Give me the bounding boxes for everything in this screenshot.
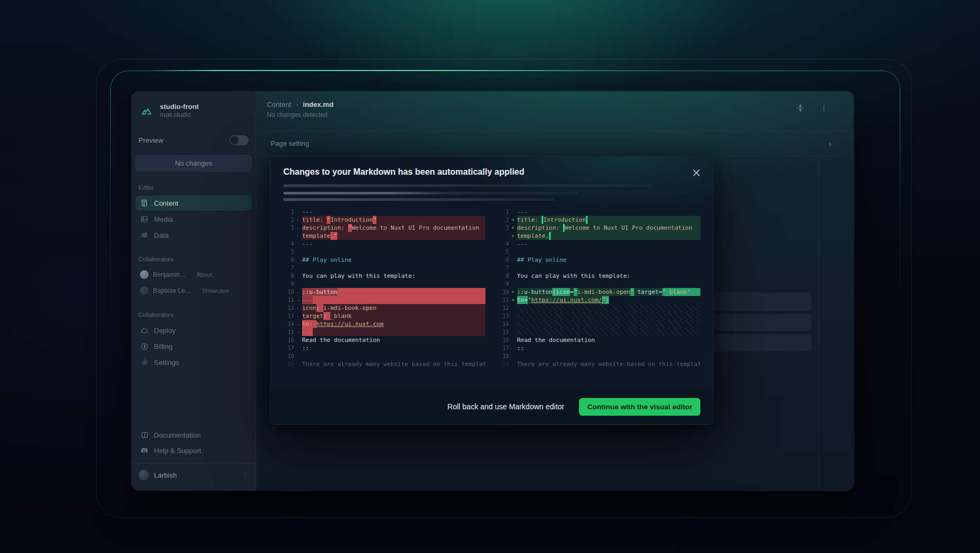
- chevron-right-icon: ›: [296, 101, 298, 108]
- collaborator-row[interactable]: Benjamin… · About: [135, 268, 252, 282]
- changes-status: No changes detected: [267, 111, 334, 119]
- divider: [818, 155, 819, 490]
- diff-row: 15----: [283, 328, 485, 336]
- diff-row: 12: [498, 304, 700, 312]
- breadcrumb: Content › index.md: [267, 100, 334, 108]
- sidebar-item-media[interactable]: Media: [135, 212, 252, 227]
- project-name: studio-front: [160, 102, 199, 111]
- insertion-marker: [549, 232, 551, 240]
- preview-toggle[interactable]: [229, 135, 249, 145]
- separator-dot: ·: [196, 287, 198, 294]
- diff-row: 19There are already many website based o…: [283, 360, 485, 368]
- diff-row: 17::: [498, 344, 700, 352]
- diff-row: 5: [283, 248, 485, 256]
- skeleton-bar: [713, 292, 812, 311]
- diff-row: 12-icon: i-mdi-book-open: [283, 304, 485, 312]
- collaborator-name: Benjamin…: [153, 271, 186, 278]
- collaborator-page: Showcase: [202, 287, 229, 294]
- sidebar-item-data[interactable]: Data: [135, 228, 252, 243]
- markdown-diff-view: 1---2-title: "Introduction"3-description…: [271, 201, 713, 388]
- sidebar-item-label: Content: [154, 199, 179, 207]
- sidebar-item-help-support[interactable]: Help & Support: [135, 443, 252, 458]
- diff-row: 1---: [498, 208, 700, 216]
- diff-pane-left: 1---2-title: "Introduction"3-description…: [283, 208, 485, 388]
- insertion-marker: [586, 216, 588, 224]
- sidebar-item-label: Deploy: [154, 326, 175, 334]
- skeleton-bar: [713, 334, 812, 352]
- page-setting-label: Page setting: [271, 139, 309, 147]
- avatar: [140, 286, 149, 295]
- cloud-icon: [140, 326, 149, 334]
- sidebar-item-label: Media: [154, 215, 173, 223]
- skeleton-line: [283, 198, 555, 201]
- diff-row: 16Read the documentation: [283, 336, 485, 344]
- book-icon: [140, 431, 149, 439]
- continue-visual-editor-button[interactable]: Continue with the visual editor: [579, 398, 700, 416]
- diff-pane-right: 1---2+title: Introduction3+description: …: [498, 208, 700, 388]
- breadcrumb-parent[interactable]: Content: [267, 100, 291, 108]
- sidebar-item-label: Documentation: [154, 431, 200, 439]
- diff-row: 6## Play online: [283, 256, 485, 264]
- sidebar-item-documentation[interactable]: Documentation: [135, 427, 252, 442]
- page-setting-row[interactable]: Page setting ›: [256, 131, 854, 156]
- diff-row: 18: [283, 352, 485, 360]
- dollar-circle-icon: [140, 342, 149, 351]
- dialog-header: Changes to your Markdown has been automa…: [271, 157, 713, 201]
- diff-row: 11----: [283, 296, 485, 304]
- toggle-knob: [230, 136, 238, 144]
- diff-row: 7: [498, 264, 700, 272]
- sidebar-item-label: Data: [154, 231, 168, 239]
- diff-row: 10+::u-button{icon="i-mdi-book-open" tar…: [498, 288, 700, 296]
- section-label-collaborators: Collaborators: [138, 256, 249, 262]
- background-skeleton-panel: [713, 292, 812, 352]
- kebab-menu-icon[interactable]: ⋮: [242, 472, 249, 479]
- dialog-title: Changes to your Markdown has been automa…: [283, 167, 700, 177]
- markdown-changes-dialog: Changes to your Markdown has been automa…: [270, 156, 714, 425]
- discord-icon: [140, 446, 149, 455]
- user-menu[interactable]: Larbish ⋮: [135, 464, 252, 486]
- diff-row: 18: [498, 352, 700, 360]
- main-header: Content › index.md No changes detected ⋮: [256, 91, 854, 131]
- diff-row: 19There are already many website based o…: [498, 360, 700, 368]
- diff-row: 2+title: Introduction: [498, 216, 700, 224]
- chevron-right-icon: ›: [829, 139, 831, 148]
- no-changes-button[interactable]: No changes: [135, 155, 252, 172]
- section-label-project: Collaborators: [138, 311, 249, 318]
- breadcrumb-current: index.md: [303, 100, 334, 108]
- document-icon: [140, 199, 149, 207]
- avatar: [140, 270, 149, 279]
- diff-row: +template.: [498, 232, 700, 240]
- collapse-import-icon[interactable]: [795, 103, 806, 113]
- sidebar-item-content[interactable]: Content: [135, 196, 252, 211]
- close-icon[interactable]: [689, 165, 704, 180]
- diff-row: 7: [283, 264, 485, 272]
- diff-row: -template.": [283, 232, 485, 240]
- diff-row: 13: [498, 312, 700, 320]
- project-header[interactable]: studio-front nuxt.studio: [138, 102, 249, 119]
- sidebar: studio-front nuxt.studio Preview No chan…: [132, 91, 256, 490]
- rollback-button[interactable]: Roll back and use Markdown editor: [446, 399, 566, 414]
- sidebar-item-billing[interactable]: Billing: [135, 339, 252, 354]
- sidebar-item-settings[interactable]: Settings: [135, 355, 252, 370]
- user-name: Larbish: [154, 471, 177, 479]
- gear-icon: [140, 358, 149, 367]
- skeleton-line: [283, 184, 653, 187]
- section-label-editor: Editor: [138, 184, 249, 191]
- sidebar-item-label: Help & Support: [154, 447, 201, 455]
- kebab-menu-icon[interactable]: ⋮: [819, 103, 829, 113]
- collaborator-row[interactable]: Baptiste Le… · Showcase: [135, 284, 252, 298]
- sidebar-item-deploy[interactable]: Deploy: [135, 323, 252, 338]
- user-avatar: [138, 470, 149, 480]
- diff-row: 9: [283, 280, 485, 288]
- diff-row: 8You can play with this template:: [498, 272, 700, 280]
- diff-row: 1---: [283, 208, 485, 216]
- diff-row: 3+description: Welcome to Nuxt UI Pro do…: [498, 224, 700, 232]
- diff-row: 5: [498, 248, 700, 256]
- diff-row: 9: [498, 280, 700, 288]
- project-workspace: nuxt.studio: [160, 111, 199, 119]
- diff-row: 11+to="https://ui.nuxt.com/"}: [498, 296, 700, 304]
- diff-row: 10-::u-button: [283, 288, 485, 296]
- sidebar-item-label: Billing: [154, 342, 173, 351]
- collaborator-page: About: [197, 271, 212, 278]
- diff-row: 13-target: _blank: [283, 312, 485, 320]
